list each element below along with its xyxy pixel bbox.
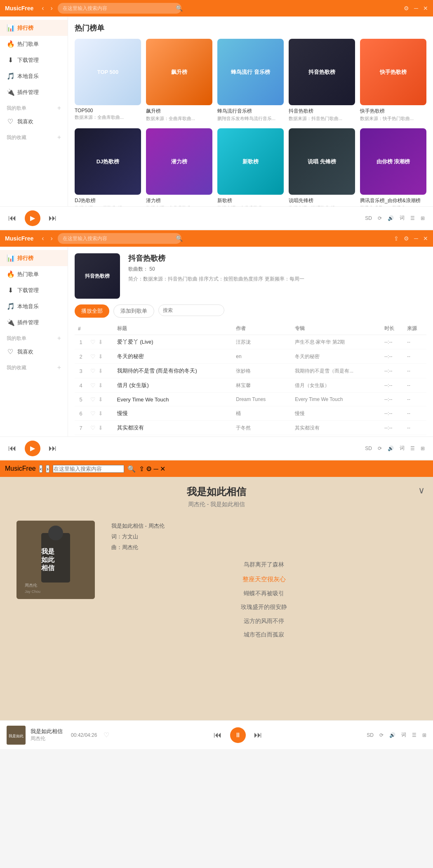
song-download-btn[interactable]: ⬇	[98, 382, 103, 389]
song-download-btn[interactable]: ⬇	[98, 339, 103, 345]
nav-forward-btn[interactable]: ›	[49, 4, 54, 13]
lyrics-icon-3[interactable]: 词	[401, 731, 406, 738]
chart-card-shuochang[interactable]: 说唱 先锋榜 说唱先锋榜 数据来源：说唱歌曲 排...	[289, 128, 355, 206]
prev-btn-2[interactable]: ⏮	[8, 443, 16, 453]
sidebar-item-hot[interactable]: 🔥 热门歌单	[0, 36, 68, 52]
play-btn-1[interactable]: ▶	[25, 210, 40, 226]
add-playlist-btn[interactable]: +	[57, 104, 61, 112]
table-row[interactable]: 5 ♡ ⬇ Every Time We Touch Dream Tunes Ev…	[75, 393, 426, 406]
list-icon-1[interactable]: ☰	[410, 215, 415, 221]
eq-icon-1[interactable]: ⟳	[378, 215, 382, 221]
sidebar-2-hot[interactable]: 🔥 热门歌单	[0, 266, 68, 282]
sidebar-item-download[interactable]: ⬇ 下载管理	[0, 52, 68, 68]
table-row[interactable]: 2 ♡ ⬇ 冬天的秘密 en 冬天的秘密 --:-- --	[75, 349, 426, 364]
table-row[interactable]: 7 ♡ ⬇ 其实都没有 于冬然 其实都没有 --:-- --	[75, 421, 426, 435]
add-to-playlist-btn[interactable]: 添加到歌单	[113, 304, 154, 318]
chart-card-top500[interactable]: TOP 500 TOP500 数据来源：全曲库歌曲...	[75, 39, 141, 122]
search-input-2[interactable]	[58, 233, 181, 244]
chart-card-kuaishou[interactable]: 快手热歌榜 快手热歌榜 数据来源：快手热门歌曲...	[360, 39, 426, 122]
vol-icon-3[interactable]: 🔊	[389, 732, 395, 738]
sidebar-item-fav[interactable]: ♡ 我喜欢	[0, 113, 68, 130]
song-like-btn[interactable]: ♡	[90, 339, 96, 345]
close-btn[interactable]: ✕	[423, 5, 428, 12]
minimize-btn-2[interactable]: ─	[414, 235, 418, 242]
song-search-input[interactable]	[158, 304, 224, 316]
eq-icon-2[interactable]: ⟳	[378, 446, 382, 451]
eq-icon-3[interactable]: ⟳	[379, 732, 384, 738]
chart-card-xinge[interactable]: 新歌榜 新歌榜 数据来源：全曲库歌曲...	[217, 128, 284, 206]
add-collect-btn-2[interactable]: +	[57, 364, 61, 371]
next-btn-2[interactable]: ⏭	[49, 443, 57, 453]
play-btn-3[interactable]: ⏸	[230, 727, 246, 743]
song-download-btn[interactable]: ⬇	[98, 368, 103, 374]
close-btn-3[interactable]: ✕	[160, 465, 165, 472]
nav-back-btn-3[interactable]: ‹	[39, 465, 42, 473]
sidebar-2-fav[interactable]: ♡ 我喜欢	[0, 344, 68, 360]
sd-label-2[interactable]: SD	[365, 446, 372, 451]
chart-card-dj[interactable]: DJ热歌榜 DJ热歌榜 数据来源：DJ类歌曲 排...	[75, 128, 141, 206]
lyrics-icon-1[interactable]: 词	[400, 215, 405, 222]
list-icon-2[interactable]: ☰	[410, 446, 415, 451]
play-all-btn[interactable]: 播放全部	[75, 304, 109, 318]
prev-btn-3[interactable]: ⏮	[214, 730, 222, 740]
song-like-btn[interactable]: ♡	[90, 353, 96, 360]
song-like-btn[interactable]: ♡	[90, 382, 96, 389]
next-btn-1[interactable]: ⏭	[49, 213, 57, 223]
nav-back-btn-2[interactable]: ‹	[40, 234, 45, 243]
sd-label-1[interactable]: SD	[365, 215, 372, 221]
song-download-btn[interactable]: ⬇	[98, 396, 103, 403]
sidebar-2-plugin[interactable]: 🔌 插件管理	[0, 314, 68, 330]
queue-icon-3[interactable]: ⊞	[422, 732, 426, 738]
sidebar-2-local[interactable]: 🎵 本地音乐	[0, 298, 68, 314]
settings-icon-3[interactable]: ⚙	[146, 465, 152, 472]
prev-btn-1[interactable]: ⏮	[8, 213, 16, 223]
chart-card-douyin[interactable]: 抖音热歌榜 抖音热歌榜 数据来源：抖音热门歌曲...	[289, 39, 355, 122]
add-playlist-btn-2[interactable]: +	[57, 335, 61, 342]
sidebar-2-chart[interactable]: 📊 排行榜	[0, 250, 68, 266]
table-row[interactable]: 8 ♡ ⬇ 最好的安排（程怀版） 苏量婕 最好的安排（程怀版） --:-- --	[75, 435, 426, 437]
vol-icon-2[interactable]: 🔊	[388, 446, 394, 451]
chart-card-qianli[interactable]: 潜力榜 潜力榜 数据来源：全曲库歌曲...	[146, 128, 212, 206]
play-btn-2[interactable]: ▶	[25, 441, 40, 456]
chart-card-paisheng[interactable]: 飙升榜 飙升榜 数据来源：全曲库歌曲...	[146, 39, 212, 122]
song-like-btn[interactable]: ♡	[90, 410, 96, 417]
table-row[interactable]: 4 ♡ ⬇ 借月 (女生版) 林宝馨 借月（女生版） --:-- --	[75, 378, 426, 393]
sidebar-item-chart[interactable]: 📊 排行榜	[0, 20, 68, 36]
settings-icon[interactable]: ⚙	[404, 5, 409, 12]
song-like-btn[interactable]: ♡	[90, 396, 96, 403]
heart-btn-3[interactable]: ♡	[104, 731, 109, 739]
minimize-btn[interactable]: ─	[414, 5, 418, 12]
lyrics-icon-2[interactable]: 词	[400, 445, 405, 452]
queue-icon-1[interactable]: ⊞	[421, 215, 425, 221]
share-icon-3[interactable]: ⇪	[139, 465, 144, 472]
table-row[interactable]: 6 ♡ ⬇ 慢慢 桶 慢慢 --:-- --	[75, 406, 426, 421]
sidebar-item-local[interactable]: 🎵 本地音乐	[0, 68, 68, 84]
nav-back-btn[interactable]: ‹	[40, 4, 45, 13]
sd-label-3[interactable]: SD	[367, 732, 374, 738]
queue-icon-2[interactable]: ⊞	[421, 446, 425, 451]
next-btn-3[interactable]: ⏭	[254, 730, 262, 740]
close-btn-2[interactable]: ✕	[423, 235, 428, 242]
chart-card-tengxun[interactable]: 由你榜 浪潮榜 腾讯音乐榜_由你榜&浪潮榜 腾讯音乐是TME腾讯音...	[360, 128, 426, 206]
search-input[interactable]	[58, 3, 181, 14]
settings-icon-2[interactable]: ⚙	[404, 235, 409, 242]
song-download-btn[interactable]: ⬇	[98, 425, 103, 431]
share-icon-2[interactable]: ⇪	[394, 235, 399, 242]
search-input-3[interactable]	[53, 465, 124, 473]
table-row[interactable]: 3 ♡ ⬇ 我期待的不是雪 (而是有你的冬天) 张妙格 我期待的不是雪（而是有.…	[75, 364, 426, 378]
lyrics-collapse-btn[interactable]: ∨	[418, 485, 425, 496]
nav-forward-btn-2[interactable]: ›	[49, 234, 54, 243]
table-row[interactable]: 1 ♡ ⬇ 爱丫爱丫 (Live) 汪苏泷 声生不息·家年华 第2期 --:--…	[75, 335, 426, 349]
add-collect-btn[interactable]: +	[57, 134, 61, 141]
song-like-btn[interactable]: ♡	[90, 425, 96, 431]
list-icon-3[interactable]: ☰	[412, 732, 417, 738]
minimize-btn-3[interactable]: ─	[154, 465, 158, 472]
song-download-btn[interactable]: ⬇	[98, 353, 103, 360]
sidebar-2-download[interactable]: ⬇ 下载管理	[0, 282, 68, 298]
nav-forward-btn-3[interactable]: ›	[46, 465, 49, 473]
song-like-btn[interactable]: ♡	[90, 368, 96, 374]
song-download-btn[interactable]: ⬇	[98, 410, 103, 417]
sidebar-item-plugin[interactable]: 🔌 插件管理	[0, 84, 68, 100]
vol-icon-1[interactable]: 🔊	[388, 215, 394, 221]
chart-card-fengchao[interactable]: 蜂鸟流行 音乐榜 蜂鸟流行音乐榜 鹏翔音乐发布蜂鸟流行音乐...	[217, 39, 284, 122]
